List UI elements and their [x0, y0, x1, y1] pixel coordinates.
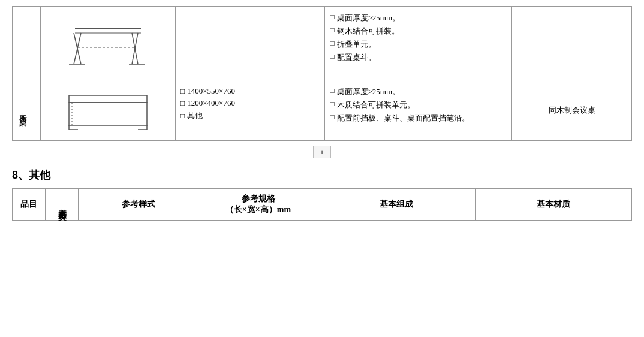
category-cell-empty — [13, 7, 41, 80]
list-item: 桌面厚度≥25mm。 — [330, 13, 507, 23]
add-row-container: + — [12, 146, 632, 158]
material-cell-fold — [512, 7, 632, 80]
section-8-header: 8、其他 — [12, 168, 632, 182]
spec-list-wood: 1400×550×760 1200×400×760 其他 — [180, 86, 320, 121]
header-col4-line2: （长×宽×高）mm — [202, 204, 314, 215]
section8-header-table: 品目 基本分类 参考样式 参考规格 （长×宽×高）mm 基本组成 — [12, 188, 632, 221]
list-item: 其他 — [180, 110, 320, 121]
list-item: 配置前挡板、桌斗、桌面配置挡笔沿。 — [330, 113, 507, 124]
list-item: 1200×400×760 — [180, 98, 320, 108]
header-col-5: 基本组成 — [318, 189, 476, 221]
header-col-1: 品目 — [13, 189, 46, 221]
list-item: 1400×550×760 — [180, 86, 320, 96]
header-col-2: 基本分类 — [46, 189, 79, 221]
image-cell-fold — [41, 7, 176, 80]
list-item: 配置桌斗。 — [330, 52, 507, 63]
composition-list-wood: 桌面厚度≥25mm。 木质结合可拼装单元。 配置前挡板、桌斗、桌面配置挡笔沿。 — [330, 86, 507, 124]
material-label-wood: 同木制会议桌 — [549, 106, 595, 115]
list-item: 木质结合可拼装单元。 — [330, 100, 507, 110]
category-cell-wood: 木质条桌 — [13, 80, 41, 141]
main-table: 桌面厚度≥25mm。 钢木结合可拼装。 折叠单元。 配置桌斗。 木质条桌 — [12, 6, 632, 141]
list-item: 折叠单元。 — [330, 39, 507, 50]
table-row: 桌面厚度≥25mm。 钢木结合可拼装。 折叠单元。 配置桌斗。 — [13, 7, 632, 80]
page-container: 桌面厚度≥25mm。 钢木结合可拼装。 折叠单元。 配置桌斗。 木质条桌 — [0, 0, 644, 227]
table-row: 木质条桌 — [13, 80, 632, 141]
fold-table-sketch — [63, 10, 153, 76]
header-col2-text: 基本分类 — [56, 202, 67, 207]
header-row: 品目 基本分类 参考样式 参考规格 （长×宽×高）mm 基本组成 — [13, 189, 632, 221]
wood-table-sketch — [63, 86, 153, 134]
svg-rect-10 — [69, 103, 147, 125]
spec-cell-fold — [175, 7, 325, 80]
category-label: 木质条桌 — [17, 107, 28, 114]
header-col4-line1: 参考规格 — [202, 194, 314, 204]
list-item: 桌面厚度≥25mm。 — [330, 86, 507, 97]
header-col-4: 参考规格 （长×宽×高）mm — [198, 189, 318, 221]
list-item: 钢木结合可拼装。 — [330, 26, 507, 37]
composition-cell-fold: 桌面厚度≥25mm。 钢木结合可拼装。 折叠单元。 配置桌斗。 — [325, 7, 512, 80]
header-col-6: 基本材质 — [475, 189, 632, 221]
spec-cell-wood: 1400×550×760 1200×400×760 其他 — [175, 80, 325, 141]
svg-rect-9 — [69, 95, 147, 103]
material-cell-wood: 同木制会议桌 — [512, 80, 632, 141]
add-row-button[interactable]: + — [313, 146, 331, 158]
header-col-3: 参考样式 — [79, 189, 198, 221]
composition-cell-wood: 桌面厚度≥25mm。 木质结合可拼装单元。 配置前挡板、桌斗、桌面配置挡笔沿。 — [325, 80, 512, 141]
image-cell-wood — [41, 80, 176, 141]
composition-list-fold: 桌面厚度≥25mm。 钢木结合可拼装。 折叠单元。 配置桌斗。 — [330, 13, 507, 63]
